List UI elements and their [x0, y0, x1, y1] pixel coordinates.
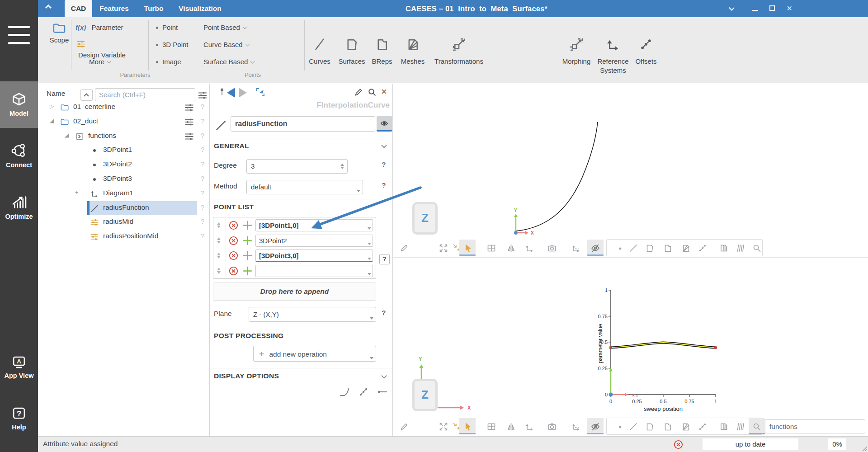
pages-icon[interactable] — [717, 241, 731, 255]
help-question-mark[interactable]: ? — [201, 103, 204, 110]
object-name-input[interactable] — [231, 116, 375, 132]
search-object-icon[interactable] — [367, 87, 377, 98]
method-dropdown[interactable]: default — [246, 180, 363, 194]
scope-button[interactable]: Scope — [42, 21, 76, 44]
filter-sliders-icon[interactable] — [184, 131, 195, 142]
filter-sliders-icon[interactable] — [184, 102, 195, 113]
more-button[interactable]: More — [89, 56, 111, 68]
help-question-mark[interactable]: ? — [382, 309, 386, 317]
brep-icon[interactable] — [661, 241, 675, 255]
select-cursor-icon[interactable] — [461, 420, 474, 433]
rail-item-model[interactable]: Model — [0, 90, 38, 117]
hide-geometry-icon[interactable] — [589, 241, 602, 255]
mirror-icon[interactable] — [505, 241, 518, 255]
rail-item-app-view[interactable]: A App View — [0, 353, 38, 379]
help-question-mark[interactable]: ? — [201, 174, 204, 182]
expand-view-icon[interactable] — [437, 241, 450, 255]
tree-sort-button[interactable] — [80, 89, 93, 101]
hatch-icon[interactable] — [733, 241, 747, 255]
tree-item-Diagram1[interactable]: +Diagram1? — [38, 187, 210, 201]
tree-name-header[interactable]: Name — [47, 89, 65, 98]
help-question-mark[interactable]: ? — [201, 217, 204, 225]
rail-item-connect[interactable]: Connect — [0, 141, 38, 169]
viewport-diagram[interactable]: Y X Z 1 0.75 0.5 0.25 0 0 0.25 0.5 0.75 … — [393, 258, 868, 436]
help-question-mark[interactable]: ? — [201, 160, 204, 168]
expander-collapsed-icon[interactable]: ▷ — [50, 103, 54, 109]
viewport-search-input[interactable] — [765, 419, 865, 433]
delete-row-icon[interactable] — [228, 250, 239, 261]
zoom-to-object-icon[interactable] — [255, 87, 266, 98]
point-value-input[interactable] — [255, 250, 373, 262]
help-question-mark[interactable]: ? — [382, 160, 386, 169]
help-question-mark[interactable]: ? — [201, 117, 204, 125]
pencil-icon[interactable] — [397, 420, 411, 433]
measure-axes-icon[interactable] — [569, 241, 583, 255]
tree-item-3DPoint1[interactable]: 3DPoint1? — [38, 143, 210, 158]
tab-cad[interactable]: CAD — [65, 0, 92, 17]
close-panel-icon[interactable]: × — [381, 87, 387, 97]
tree-item-3DPoint2[interactable]: 3DPoint2? — [38, 158, 210, 172]
add-operation-dropdown[interactable]: + add new operation — [253, 346, 376, 362]
maximize-button[interactable] — [768, 4, 778, 14]
chevron-down-icon[interactable] — [381, 142, 387, 148]
history-back-button[interactable] — [227, 88, 235, 98]
pin-icon[interactable] — [217, 87, 226, 97]
split-view-icon[interactable] — [485, 241, 498, 255]
help-question-mark[interactable]: ? — [201, 203, 204, 211]
degree-input[interactable]: 3 — [246, 159, 348, 174]
rail-item-optimize[interactable]: Optimize — [0, 193, 38, 220]
split-view-icon[interactable] — [485, 420, 498, 433]
offsets-icon[interactable] — [696, 420, 709, 433]
coordinate-axes-icon[interactable] — [523, 241, 536, 255]
image-button[interactable]: Image — [156, 56, 181, 68]
section-display-options[interactable]: DISPLAY OPTIONS — [214, 372, 279, 380]
dirty-state-icon[interactable] — [673, 439, 684, 450]
add-row-icon[interactable] — [242, 250, 253, 261]
spinner-stepper-icon[interactable] — [340, 163, 344, 170]
help-question-mark[interactable]: ? — [201, 132, 204, 139]
design-variable-button[interactable]: Design Variable — [75, 39, 126, 51]
tree-search-input[interactable] — [95, 88, 195, 101]
point-icon[interactable] — [613, 420, 627, 433]
minimize-button[interactable] — [750, 4, 760, 14]
3d-point-button[interactable]: 3D Point — [156, 39, 189, 51]
history-forward-button[interactable] — [239, 88, 247, 98]
display-curvature-icon[interactable] — [338, 386, 351, 398]
tree-item-radiusMid[interactable]: radiusMid? — [38, 215, 210, 230]
delete-row-icon[interactable] — [228, 235, 239, 246]
tree-item-functions[interactable]: ◢functions? — [38, 129, 210, 144]
viewport-3d[interactable]: Y X Z — [393, 84, 868, 257]
transformations-tool[interactable]: Transformations — [425, 35, 493, 66]
pencil-icon[interactable] — [397, 241, 411, 255]
point-value-input[interactable] — [255, 265, 373, 277]
update-state-badge[interactable]: up to date — [703, 438, 798, 450]
add-row-icon[interactable] — [242, 265, 253, 277]
select-cursor-icon[interactable] — [461, 241, 474, 255]
chevron-down-icon[interactable] — [381, 373, 387, 379]
measure-axes-icon[interactable] — [569, 420, 583, 433]
brep-icon[interactable] — [661, 420, 675, 433]
help-question-mark[interactable]: ? — [201, 232, 204, 240]
tree-item-02_duct[interactable]: ◢02_duct? — [38, 115, 210, 129]
tree-item-radiusFunction[interactable]: radiusFunction? — [38, 201, 210, 216]
surface-based-menu[interactable]: Surface Based — [203, 56, 254, 68]
display-points-icon[interactable] — [357, 386, 370, 398]
drop-append-zone[interactable]: Drop here to append — [213, 282, 376, 301]
tree-item-3DPoint3[interactable]: 3DPoint3? — [38, 172, 210, 187]
nav-cube-z[interactable]: Z — [412, 202, 438, 235]
surface-icon[interactable] — [643, 241, 656, 255]
line-icon[interactable] — [627, 241, 640, 255]
resize-grip[interactable] — [860, 444, 868, 452]
magnifier-icon[interactable] — [750, 241, 764, 255]
mesh-icon[interactable] — [679, 420, 693, 433]
add-row-icon[interactable] — [242, 235, 253, 246]
row-sort-handle-icon[interactable] — [217, 237, 221, 245]
curve-based-menu[interactable]: Curve Based — [203, 39, 249, 51]
camera-icon[interactable] — [545, 241, 559, 255]
expander-plus-icon[interactable]: + — [75, 189, 79, 196]
delete-row-icon[interactable] — [228, 220, 239, 231]
ribbon-expand-chevron-icon[interactable] — [45, 5, 52, 11]
point-button[interactable]: Point — [156, 22, 178, 33]
section-general[interactable]: GENERAL — [214, 142, 249, 150]
nav-cube-z[interactable]: Z — [412, 379, 438, 411]
